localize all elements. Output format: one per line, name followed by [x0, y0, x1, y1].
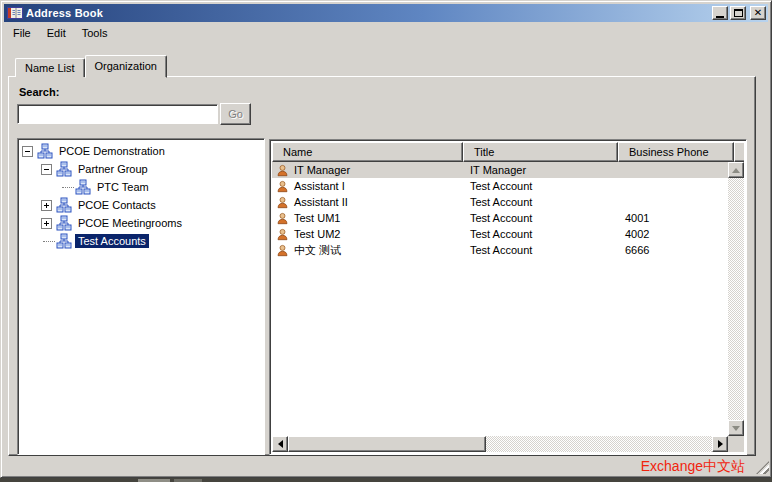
minimize-button[interactable]: [712, 6, 728, 20]
list-rows: IT Manager IT Manager Assistant I Test A…: [272, 162, 728, 436]
close-button[interactable]: ✕: [750, 6, 766, 20]
tab-strip: Name ListOrganization: [15, 54, 167, 77]
tab-organization[interactable]: Organization: [85, 55, 167, 78]
go-button[interactable]: Go: [220, 103, 251, 125]
org-icon: [75, 179, 91, 195]
vertical-scrollbar[interactable]: [728, 162, 744, 436]
expand-icon[interactable]: [41, 218, 52, 229]
tree-connector: [60, 182, 71, 193]
table-row[interactable]: Test UM2 Test Account 4002: [272, 226, 728, 242]
name-cell: IT Manager: [272, 164, 463, 177]
tree-item-ptc-team[interactable]: PTC Team: [18, 178, 264, 196]
name-cell: Assistant II: [272, 196, 463, 209]
scroll-left-button[interactable]: [272, 436, 288, 452]
scroll-up-button[interactable]: [728, 162, 744, 178]
table-row[interactable]: Test UM1 Test Account 4001: [272, 210, 728, 226]
org-icon: [56, 197, 72, 213]
taskbar-edge: [0, 478, 772, 482]
collapse-icon[interactable]: [41, 164, 52, 175]
column-header-business-phone[interactable]: Business Phone: [618, 142, 734, 162]
organization-tab-panel: Search: Go PCOE Demonstration Partner Gr…: [8, 76, 756, 456]
tree-item-pcoe-contacts[interactable]: PCOE Contacts: [18, 196, 264, 214]
address-book-icon: [7, 6, 23, 20]
org-icon: [37, 143, 53, 159]
horizontal-scroll-thumb[interactable]: [288, 436, 486, 452]
title-cell: Test Account: [463, 212, 618, 224]
title-cell: IT Manager: [463, 164, 618, 176]
maximize-icon: [734, 9, 743, 17]
window-title: Address Book: [26, 7, 710, 19]
table-row[interactable]: Assistant II Test Account: [272, 194, 728, 210]
watermark-text: Exchange中文站: [641, 458, 745, 476]
column-header-title[interactable]: Title: [463, 142, 618, 162]
column-header-name[interactable]: Name: [272, 142, 463, 162]
close-icon: ✕: [754, 8, 762, 18]
tree-item-pcoe-demonstration[interactable]: PCOE Demonstration: [18, 142, 264, 160]
arrow-left-icon: [278, 440, 283, 448]
title-cell: Test Account: [463, 228, 618, 240]
menu-item-file[interactable]: File: [5, 25, 39, 41]
person-icon: [276, 244, 289, 257]
tree-item-partner-group[interactable]: Partner Group: [18, 160, 264, 178]
scroll-down-button[interactable]: [728, 420, 744, 436]
name-cell: Test UM1: [272, 212, 463, 225]
person-icon: [276, 164, 289, 177]
name-cell: 中文 测试: [272, 243, 463, 258]
list-header: NameTitleBusiness PhoneLocation: [272, 142, 744, 162]
scroll-right-button[interactable]: [712, 436, 728, 452]
address-book-window: Address Book ✕ FileEditTools Name ListOr…: [0, 0, 772, 478]
phone-cell: 4001: [618, 212, 728, 224]
minimize-icon: [716, 16, 724, 18]
collapse-icon[interactable]: [22, 146, 33, 157]
name-cell: Test UM2: [272, 228, 463, 241]
person-icon: [276, 180, 289, 193]
org-icon: [56, 215, 72, 231]
person-icon: [276, 196, 289, 209]
menu-item-tools[interactable]: Tools: [74, 25, 116, 41]
scrollbar-corner: [728, 436, 744, 452]
resize-grip-icon[interactable]: [756, 461, 769, 474]
arrow-right-icon: [718, 440, 723, 448]
person-icon: [276, 228, 289, 241]
phone-cell: 6666: [618, 244, 728, 256]
contact-list-panel: NameTitleBusiness PhoneLocation IT Manag…: [269, 139, 747, 455]
tree-item-pcoe-meetingrooms[interactable]: PCOE Meetingrooms: [18, 214, 264, 232]
vertical-scroll-track[interactable]: [728, 178, 744, 420]
search-input[interactable]: [17, 104, 218, 124]
table-row[interactable]: 中文 测试 Test Account 6666: [272, 242, 728, 258]
menu-item-edit[interactable]: Edit: [39, 25, 74, 41]
expand-icon[interactable]: [41, 200, 52, 211]
horizontal-scrollbar[interactable]: [272, 436, 728, 452]
column-header-location[interactable]: Location: [734, 142, 744, 162]
org-icon: [56, 161, 72, 177]
title-cell: Test Account: [463, 180, 618, 192]
org-icon: [56, 233, 72, 249]
maximize-button[interactable]: [730, 6, 746, 20]
menu-bar: FileEditTools: [5, 24, 115, 41]
tree-item-test-accounts[interactable]: Test Accounts: [18, 232, 264, 250]
table-row[interactable]: IT Manager IT Manager: [272, 162, 728, 178]
tab-name-list[interactable]: Name List: [15, 58, 85, 77]
title-cell: Test Account: [463, 244, 618, 256]
tree-connector: [41, 236, 52, 247]
person-icon: [276, 212, 289, 225]
table-row[interactable]: Assistant I Test Account: [272, 178, 728, 194]
arrow-down-icon: [732, 426, 740, 431]
phone-cell: 4002: [618, 228, 728, 240]
title-bar[interactable]: Address Book ✕: [4, 4, 768, 22]
search-label: Search:: [19, 86, 59, 98]
name-cell: Assistant I: [272, 180, 463, 193]
title-cell: Test Account: [463, 196, 618, 208]
arrow-up-icon: [732, 168, 740, 173]
organization-tree: PCOE Demonstration Partner Group PTC Tea…: [17, 138, 265, 455]
